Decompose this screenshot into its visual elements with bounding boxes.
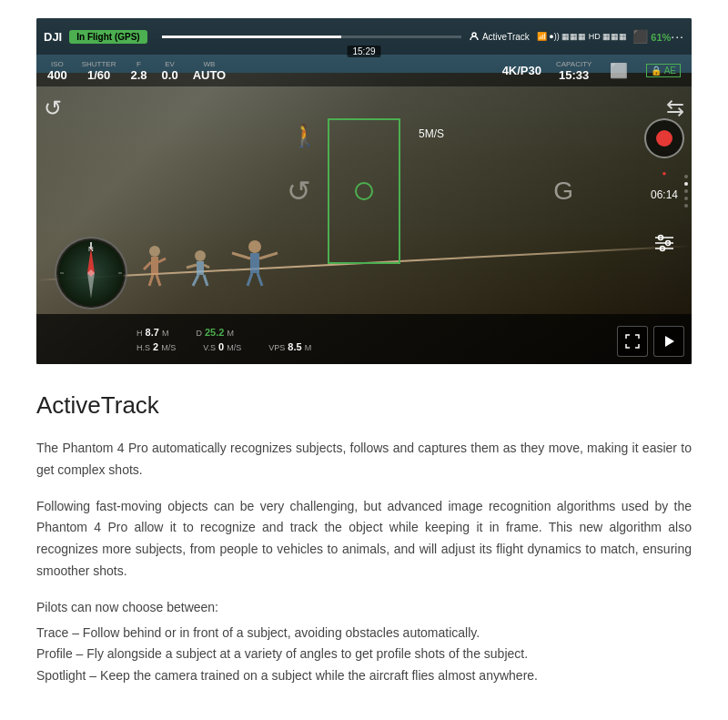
- expand-icon-box[interactable]: [617, 326, 648, 357]
- signal-icons: 📶 ●)) ▦▦▦ HD ▦▦▦: [537, 32, 627, 41]
- svg-line-21: [232, 253, 250, 259]
- dot-3: [684, 189, 688, 193]
- dot-indicators: [684, 175, 688, 208]
- list-item-spotlight: Spotlight – Keep the camera trained on a…: [36, 665, 692, 687]
- wb-label: WB: [204, 60, 216, 68]
- active-track-indicator: ActiveTrack: [469, 31, 530, 42]
- ev-value: 0.0: [162, 68, 178, 82]
- record-button[interactable]: [644, 118, 684, 158]
- video-mode-value: 4K/P30: [502, 64, 541, 77]
- orbit-icon: ↺: [287, 174, 311, 208]
- list-item-profile: Profile – Fly alongside a subject at a v…: [36, 644, 692, 665]
- svg-rect-14: [197, 261, 204, 275]
- people-silhouettes: [127, 233, 309, 314]
- svg-line-24: [258, 273, 262, 286]
- paragraph-2: Following fast-moving objects can be ver…: [36, 496, 692, 583]
- svg-line-22: [259, 253, 278, 259]
- list-item-trace: Trace – Follow behind or in front of a s…: [36, 623, 692, 644]
- svg-point-13: [195, 250, 206, 261]
- feature-title: ActiveTrack: [36, 391, 692, 420]
- settings-icon[interactable]: [652, 230, 677, 256]
- flight-progress-fill: [162, 35, 342, 38]
- record-time: 06:14: [651, 188, 678, 201]
- wb-param: WB AUTO: [193, 60, 227, 82]
- video-mode-param: 4K/P30: [502, 64, 541, 77]
- speed-indicator: 5M/S: [419, 127, 444, 140]
- compass-svg: N: [56, 238, 126, 308]
- play-icon: [662, 335, 675, 348]
- aperture-label: F: [136, 60, 141, 68]
- frame-icon: ⬜: [610, 62, 628, 79]
- ev-param: EV 0.0: [162, 60, 178, 82]
- svg-line-17: [193, 275, 198, 286]
- svg-line-10: [158, 259, 166, 262]
- svg-line-23: [248, 273, 252, 286]
- hs-telem: H.S 2 M/S: [136, 341, 176, 352]
- capacity-value: 15:33: [559, 68, 589, 82]
- svg-line-9: [144, 262, 151, 269]
- dot-1: [684, 175, 688, 178]
- svg-rect-8: [151, 257, 158, 275]
- aperture-param: F 2.8: [130, 60, 147, 82]
- shutter-label: SHUTTER: [82, 60, 116, 68]
- svg-marker-32: [665, 336, 674, 347]
- telemetry-row-2: H.S 2 M/S V.S 0 M/S VPS 8.5 M: [136, 341, 601, 352]
- hud-right-controls: ● 06:14: [644, 100, 684, 259]
- more-options-icon[interactable]: ···: [671, 29, 684, 44]
- svg-point-19: [248, 240, 261, 253]
- telemetry-row-1: H 8.7 M D 25.2 M: [136, 327, 601, 338]
- battery-icon: ⬛: [632, 29, 648, 44]
- compass: N: [55, 237, 127, 309]
- compass-circle: N: [55, 237, 127, 309]
- expand-icon: [625, 334, 640, 349]
- wb-value: AUTO: [193, 68, 227, 82]
- list-header: Pilots can now choose between:: [36, 597, 692, 619]
- hud-bottom-right-icons: [617, 326, 684, 357]
- capacity-param: CAPACITY 15:33: [556, 60, 592, 82]
- subject-tracking-box: [328, 118, 400, 264]
- iso-param: ISO 400: [47, 60, 67, 82]
- dji-logo: DJI: [44, 30, 62, 44]
- dot-2: [684, 182, 688, 186]
- tracking-person-icon: 🚶: [291, 123, 318, 148]
- page-wrapper: DJI In Flight (GPS) ActiveTrack 📶 ●)) ▦▦…: [0, 0, 728, 715]
- ae-box: 🔒 AE: [646, 64, 681, 77]
- g-indicator: G: [553, 177, 573, 206]
- svg-line-15: [187, 265, 197, 268]
- capacity-label: CAPACITY: [556, 60, 592, 68]
- dot-5: [684, 204, 688, 208]
- drone-screen: DJI In Flight (GPS) ActiveTrack 📶 ●)) ▦▦…: [36, 18, 692, 364]
- iso-value: 400: [47, 68, 67, 82]
- vs-telem: V.S 0 M/S: [203, 341, 241, 352]
- shutter-value: 1/60: [87, 68, 110, 82]
- drone-image-container: DJI In Flight (GPS) ActiveTrack 📶 ●)) ▦▦…: [0, 0, 728, 364]
- aperture-value: 2.8: [130, 68, 147, 82]
- flight-status-badge: In Flight (GPS): [69, 30, 147, 44]
- svg-line-11: [149, 275, 153, 286]
- text-content-area: ActiveTrack The Phantom 4 Pro automatica…: [0, 364, 728, 715]
- shutter-param: SHUTTER 1/60: [82, 60, 116, 82]
- tracking-circle: [355, 182, 373, 200]
- svg-line-16: [204, 265, 209, 268]
- dot-4: [684, 197, 688, 200]
- svg-line-12: [157, 275, 160, 286]
- h-telem: H 8.7 M: [136, 327, 168, 338]
- paragraph-1: The Phantom 4 Pro automatically recogniz…: [36, 438, 692, 482]
- record-indicator: [656, 130, 672, 147]
- iso-label: ISO: [51, 60, 64, 68]
- svg-rect-20: [250, 253, 259, 273]
- flight-timer: 15:29: [347, 46, 380, 57]
- battery-indicator: ⬛ 61%: [632, 29, 671, 44]
- hud-bottom-telemetry: H 8.7 M D 25.2 M H.S 2 M/S: [36, 314, 692, 364]
- ae-lock-icon: 🔒: [651, 66, 662, 76]
- settings-control: [652, 230, 677, 259]
- d-telem: D 25.2 M: [196, 327, 234, 338]
- ae-label: AE: [664, 66, 676, 76]
- svg-point-7: [149, 246, 160, 257]
- gimbal-rotate-icon[interactable]: ↺: [44, 96, 62, 121]
- active-track-label: ActiveTrack: [482, 32, 530, 42]
- playback-icon-box[interactable]: [653, 326, 684, 357]
- vps-telem: VPS 8.5 M: [268, 341, 311, 352]
- slackline-scene: [127, 233, 309, 306]
- svg-line-18: [204, 275, 207, 286]
